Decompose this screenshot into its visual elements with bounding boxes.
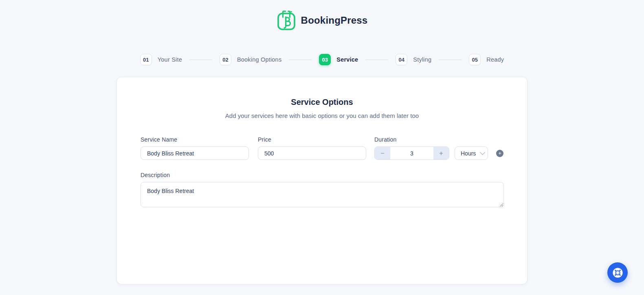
step-label: Styling (413, 56, 431, 63)
step-styling[interactable]: 04 Styling (396, 54, 431, 65)
duration-value[interactable]: 3 (390, 147, 433, 160)
duration-stepper: − 3 + (374, 146, 449, 160)
description-textarea[interactable]: Body Bliss Retreat (141, 182, 504, 207)
app-logo-text: BookingPress (301, 15, 368, 26)
step-booking-options[interactable]: 02 Booking Options (220, 54, 281, 65)
step-number-badge: 02 (220, 54, 231, 65)
step-number-badge: 04 (396, 54, 407, 65)
step-label: Service (336, 56, 358, 63)
step-number-badge: 05 (469, 54, 481, 65)
step-label: Booking Options (237, 56, 281, 63)
page-subtitle: Add your services here with basic option… (141, 112, 503, 119)
service-name-label: Service Name (141, 136, 249, 143)
add-service-button[interactable]: + (496, 150, 503, 157)
description-block: Description Body Bliss Retreat (141, 172, 503, 207)
duration-label: Duration (374, 136, 503, 143)
description-label: Description (141, 172, 503, 178)
app-logo: BookingPress (0, 0, 644, 31)
step-label: Ready (486, 56, 504, 63)
service-options-card: Service Options Add your services here w… (116, 77, 528, 284)
bookingpress-calendar-icon (277, 10, 296, 31)
page-title: Service Options (141, 98, 503, 107)
step-label: Your Site (158, 56, 182, 63)
lifebuoy-icon (612, 267, 623, 278)
step-connector (365, 60, 388, 60)
duration-decrement-button[interactable]: − (375, 147, 390, 160)
duration-unit-value: Hours (461, 150, 476, 157)
chevron-down-icon (480, 150, 485, 155)
step-connector (289, 60, 312, 60)
step-ready[interactable]: 05 Ready (469, 54, 504, 65)
duration-unit-select[interactable]: Hours (455, 146, 488, 160)
step-number-badge: 03 (319, 54, 331, 65)
service-name-input[interactable] (141, 146, 249, 160)
step-your-site[interactable]: 01 Your Site (140, 54, 182, 65)
step-connector (439, 60, 462, 60)
setup-wizard-steps: 01 Your Site 02 Booking Options 03 Servi… (0, 54, 644, 65)
step-connector (189, 60, 212, 60)
help-button[interactable] (607, 262, 628, 283)
service-form-row: Service Name Price Duration − 3 + Hours … (141, 136, 503, 160)
step-service-active[interactable]: 03 Service (319, 54, 358, 65)
price-label: Price (258, 136, 366, 143)
step-number-badge: 01 (140, 54, 152, 65)
duration-increment-button[interactable]: + (433, 147, 449, 160)
price-input[interactable] (258, 146, 366, 160)
